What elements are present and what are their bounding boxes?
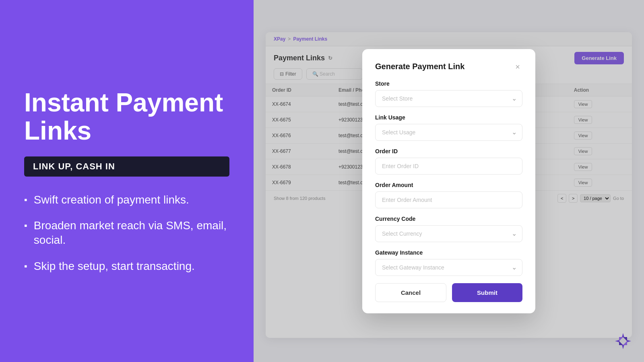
order-amount-input[interactable]	[375, 191, 522, 208]
modal-header: Generate Payment Link ×	[375, 62, 522, 72]
bullet-1: Swift creation of payment links.	[24, 193, 229, 207]
modal-close-button[interactable]: ×	[513, 62, 522, 72]
generate-payment-link-modal: Generate Payment Link × Store Select Sto…	[362, 49, 535, 313]
bullet-3: Skip the setup, start transacting.	[24, 259, 229, 274]
store-select[interactable]: Select Store	[375, 90, 522, 107]
tagline-badge: LINK UP, CASH IN	[24, 156, 229, 177]
currency-code-field-group: Currency Code Select Currency	[375, 216, 522, 242]
currency-select[interactable]: Select Currency	[375, 225, 522, 242]
right-panel: XPay > Payment Links Payment Links ↻ Gen…	[254, 0, 644, 362]
order-id-label: Order ID	[375, 148, 522, 154]
store-select-wrapper: Select Store	[375, 90, 522, 107]
currency-select-wrapper: Select Currency	[375, 225, 522, 242]
gateway-select-wrapper: Select Gateway Instance	[375, 259, 522, 276]
link-usage-label: Link Usage	[375, 114, 522, 121]
link-usage-select-wrapper: Select Usage	[375, 124, 522, 141]
order-id-field-group: Order ID	[375, 148, 522, 175]
gateway-instance-field-group: Gateway Instance Select Gateway Instance	[375, 249, 522, 276]
currency-code-label: Currency Code	[375, 216, 522, 222]
modal-overlay: Generate Payment Link × Store Select Sto…	[254, 0, 644, 362]
order-amount-label: Order Amount	[375, 182, 522, 188]
store-label: Store	[375, 80, 522, 87]
link-usage-field-group: Link Usage Select Usage	[375, 114, 522, 141]
cancel-button[interactable]: Cancel	[375, 283, 446, 302]
bullet-list: Swift creation of payment links. Broaden…	[24, 193, 229, 274]
link-usage-select[interactable]: Select Usage	[375, 124, 522, 141]
bullet-2: Broaden market reach via SMS, email, soc…	[24, 218, 229, 248]
left-panel: Instant Payment Links LINK UP, CASH IN S…	[0, 0, 254, 362]
store-field-group: Store Select Store	[375, 80, 522, 107]
modal-title: Generate Payment Link	[375, 62, 464, 71]
gateway-select[interactable]: Select Gateway Instance	[375, 259, 522, 276]
submit-button[interactable]: Submit	[452, 283, 522, 302]
order-amount-field-group: Order Amount	[375, 182, 522, 208]
main-title: Instant Payment Links	[24, 88, 229, 145]
order-id-input[interactable]	[375, 158, 522, 175]
gateway-instance-label: Gateway Instance	[375, 249, 522, 256]
modal-footer: Cancel Submit	[375, 283, 522, 302]
